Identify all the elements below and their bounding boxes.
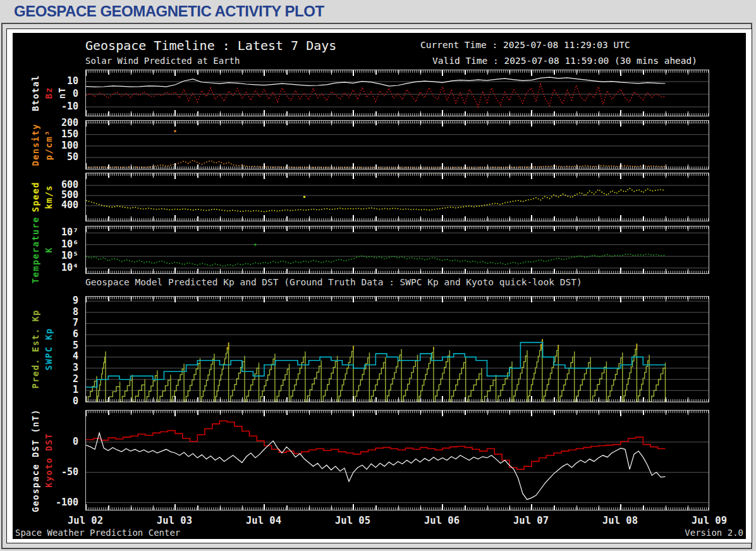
day-tick — [620, 411, 621, 416]
day-tick — [353, 215, 354, 221]
axis-label-density-1: p/cm³ — [42, 120, 55, 170]
x-axis-label: Jul 05 — [335, 515, 370, 526]
day-tick — [174, 396, 176, 402]
day-tick — [353, 70, 354, 76]
day-tick — [620, 110, 621, 116]
axis-label-kp-0: Pred. Est. Kp — [29, 296, 42, 402]
x-axis-label: Jul 07 — [513, 515, 549, 526]
series-speed-outlier — [303, 196, 305, 198]
series-density-outlier — [174, 130, 176, 132]
day-tick — [85, 163, 87, 169]
day-tick — [353, 110, 354, 116]
x-axis-label: Jul 06 — [424, 515, 460, 526]
day-tick — [174, 70, 176, 76]
day-tick — [85, 504, 87, 510]
day-tick — [442, 121, 443, 127]
day-tick — [174, 504, 176, 510]
day-tick — [264, 504, 265, 510]
axis-label-dst-1: Kyoto DST — [42, 410, 55, 511]
day-tick — [531, 297, 532, 302]
day-tick — [174, 215, 176, 221]
day-tick — [85, 268, 87, 273]
day-tick — [620, 504, 621, 510]
day-tick — [85, 215, 87, 221]
x-axis-labels: Jul 02Jul 03Jul 04Jul 05Jul 06Jul 07Jul … — [13, 515, 746, 529]
day-tick — [85, 110, 87, 116]
current-time: Current Time : 2025-07-08 11:29:03 UTC — [420, 40, 630, 50]
day-tick — [442, 504, 443, 510]
day-tick — [442, 411, 443, 416]
plot-subtitle: Solar Wind Predicted at Earth — [85, 56, 240, 66]
day-tick — [531, 110, 532, 116]
x-axis-label: Jul 04 — [246, 515, 281, 526]
plot-area: Geospace Timeline : Latest 7 Days Curren… — [13, 33, 746, 539]
day-tick — [442, 70, 443, 76]
day-tick — [442, 215, 443, 221]
day-tick — [353, 163, 354, 169]
day-tick — [174, 268, 176, 273]
day-tick — [264, 411, 265, 416]
footer-version: Version 2.0 — [685, 528, 743, 538]
axis-label-speed-1: km/s — [42, 173, 55, 221]
day-tick — [85, 396, 87, 402]
day-tick — [620, 215, 621, 221]
day-tick — [85, 297, 87, 302]
day-tick — [531, 396, 532, 402]
day-tick — [620, 163, 621, 169]
footer-source: Space Weather Prediction Center — [15, 528, 180, 538]
axis-label-bfield-0: Btotal — [29, 70, 42, 116]
day-tick — [531, 268, 532, 273]
x-axis-label: Jul 03 — [157, 515, 192, 526]
axis-label-temp-1: K — [42, 226, 55, 274]
day-tick — [174, 173, 176, 179]
series-density — [86, 160, 666, 168]
day-tick — [620, 226, 621, 232]
day-tick — [174, 110, 176, 116]
panel-bfield: 100-10BtotalBznT — [13, 70, 746, 116]
day-tick — [620, 121, 621, 127]
day-tick — [85, 70, 87, 76]
series-pred-est-kp — [86, 339, 666, 402]
series-btotal — [86, 77, 666, 87]
day-tick — [442, 110, 443, 116]
axis-label-dst-0: Geospace DST (nT) — [29, 410, 42, 511]
day-tick — [264, 297, 265, 302]
day-tick — [531, 215, 532, 221]
panel-kp: 9876543210Pred. Est. KpSWPC Kp — [13, 296, 746, 402]
day-tick — [353, 173, 354, 179]
day-tick — [353, 226, 354, 232]
day-tick — [620, 268, 621, 273]
day-tick — [264, 268, 265, 273]
day-tick — [442, 173, 443, 179]
day-tick — [531, 173, 532, 179]
series-geospace-dst — [86, 433, 666, 499]
day-tick — [264, 173, 265, 179]
day-tick — [442, 226, 443, 232]
day-tick — [531, 504, 532, 510]
day-tick — [531, 163, 532, 169]
panel-speed: 600500400Speedkm/s — [13, 173, 746, 221]
day-tick — [442, 396, 443, 402]
day-tick — [442, 297, 443, 302]
axis-label-bfield-2: nT — [56, 70, 68, 116]
page-title: GEOSPACE GEOMAGNETIC ACTIVITY PLOT — [14, 3, 324, 20]
day-tick — [264, 110, 265, 116]
day-tick — [85, 411, 87, 416]
day-tick — [531, 121, 532, 127]
day-tick — [174, 121, 176, 127]
day-tick — [264, 226, 265, 232]
day-tick — [85, 121, 87, 127]
x-axis-label: Jul 09 — [692, 515, 727, 526]
panel-density: 20015010050Densityp/cm³ — [13, 120, 746, 170]
series-swpc-kp — [86, 342, 666, 387]
chart-svg-density — [86, 121, 709, 169]
day-tick — [353, 504, 354, 510]
plot-title: Geospace Timeline : Latest 7 Days — [85, 38, 336, 53]
day-tick — [264, 121, 265, 127]
series-temperature-log10-k- — [86, 254, 666, 266]
day-tick — [353, 297, 354, 302]
day-tick — [531, 70, 532, 76]
panel-temp: 10⁷10⁶10⁵10⁴TemperatureK — [13, 226, 746, 274]
day-tick — [620, 297, 621, 302]
day-tick — [442, 163, 443, 169]
